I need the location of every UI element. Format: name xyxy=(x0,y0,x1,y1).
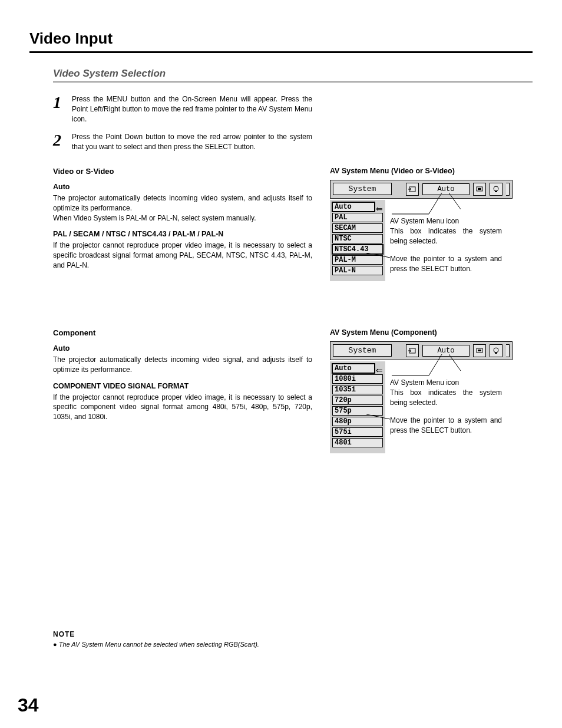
subheading-auto: Auto xyxy=(53,344,312,353)
svg-rect-4 xyxy=(495,191,497,192)
osd-item-ntsc[interactable]: NTSC xyxy=(332,234,383,243)
note-text: ● The AV System Menu cannot be selected … xyxy=(53,641,533,648)
lamp-icon xyxy=(490,344,503,357)
osd-item-480p[interactable]: 480p xyxy=(332,417,383,426)
osd-item-list: Auto⇐ 1080i 1035i 720p 575p 480p 575i 48… xyxy=(330,361,385,453)
osd-item-pal[interactable]: PAL xyxy=(332,213,383,222)
osd-item-575i[interactable]: 575i xyxy=(332,427,383,437)
osd-item-720p[interactable]: 720p xyxy=(332,396,383,405)
osd-system-label: System xyxy=(333,344,392,357)
svg-rect-11 xyxy=(478,350,481,351)
osd-item-1035i[interactable]: 1035i xyxy=(332,385,383,394)
step-text: Press the MENU button and the On-Screen … xyxy=(72,94,312,124)
lamp-icon xyxy=(490,183,503,196)
step-number: 2 xyxy=(53,132,72,152)
screen-icon xyxy=(473,183,486,196)
pointer-arrow-icon: ⇐ xyxy=(376,365,383,375)
osd-item-auto[interactable]: Auto xyxy=(332,202,375,212)
subheading-component-format: COMPONENT VIDEO SIGNAL FORMAT xyxy=(53,382,312,390)
body-text: When Video System is PAL-M or PAL-N, sel… xyxy=(53,213,312,223)
svg-rect-13 xyxy=(495,353,497,354)
note-label: NOTE xyxy=(53,630,533,638)
osd-item-list: Auto⇐ PAL SECAM NTSC NTSC4.43 PAL-M PAL-… xyxy=(330,200,385,281)
pointer-arrow-icon: ⇐ xyxy=(376,204,383,213)
callout-text: AV System Menu icon xyxy=(390,216,502,226)
heading-video-svideo: Video or S-Video xyxy=(53,167,312,176)
osd-title: AV System Menu (Video or S-Video) xyxy=(330,167,524,175)
svg-point-3 xyxy=(494,186,498,191)
page-number: 34 xyxy=(18,694,39,716)
screen-icon xyxy=(473,344,486,357)
body-text: If the projector cannot reproduce proper… xyxy=(53,241,312,270)
callout-text: This box indicates the system being sele… xyxy=(390,388,502,408)
menu-edge-icon xyxy=(506,183,510,196)
body-text: If the projector cannot reproduce proper… xyxy=(53,393,312,422)
callout-text: Move the pointer to a system and press t… xyxy=(390,416,502,436)
subheading-pal: PAL / SECAM / NTSC / NTSC4.43 / PAL-M / … xyxy=(53,230,312,238)
osd-item-palm[interactable]: PAL-M xyxy=(332,255,383,265)
body-text: The projector automatically detects inco… xyxy=(53,193,312,213)
subheading-auto: Auto xyxy=(53,183,312,191)
step-number: 1 xyxy=(53,94,72,124)
osd-top-bar: System Auto xyxy=(330,341,513,360)
note-text-content: The AV System Menu cannot be selected wh… xyxy=(59,641,259,648)
osd-item-paln[interactable]: PAL-N xyxy=(332,266,383,275)
callout-text: AV System Menu icon xyxy=(390,378,502,388)
osd-item-1080i[interactable]: 1080i xyxy=(332,374,383,384)
svg-point-12 xyxy=(494,348,498,353)
input-icon xyxy=(406,183,419,196)
menu-edge-icon xyxy=(506,344,510,357)
note-block: NOTE ● The AV System Menu cannot be sele… xyxy=(53,630,533,648)
section-title: Video System Selection xyxy=(53,68,533,83)
osd-current-system: Auto xyxy=(422,345,470,357)
osd-item-480i[interactable]: 480i xyxy=(332,438,383,447)
osd-menu-component: System Auto Auto⇐ 1080i 1035i 720p 575p … xyxy=(330,341,524,453)
osd-system-label: System xyxy=(333,183,392,195)
osd-item-secam[interactable]: SECAM xyxy=(332,223,383,233)
osd-title: AV System Menu (Component) xyxy=(330,328,524,337)
body-text: The projector automatically detects inco… xyxy=(53,355,312,375)
callout-text: This box indicates the system being sele… xyxy=(390,226,502,246)
osd-top-bar: System Auto xyxy=(330,180,513,199)
input-icon xyxy=(406,344,419,357)
svg-rect-2 xyxy=(478,188,481,190)
callout-text: Move the pointer to a system and press t… xyxy=(390,254,502,274)
page-title: Video Input xyxy=(29,29,533,53)
step-1: 1 Press the MENU button and the On-Scree… xyxy=(53,94,312,124)
osd-item-ntsc443[interactable]: NTSC4.43 xyxy=(332,245,383,254)
step-2: 2 Press the Point Down button to move th… xyxy=(53,132,312,152)
heading-component: Component xyxy=(53,328,312,337)
osd-item-575p[interactable]: 575p xyxy=(332,406,383,416)
osd-menu-video: System Auto Auto⇐ PAL SECAM NTSC NTSC4.4… xyxy=(330,180,524,281)
osd-current-system: Auto xyxy=(422,183,470,195)
step-text: Press the Point Down button to move the … xyxy=(72,132,312,152)
osd-item-auto[interactable]: Auto xyxy=(332,364,375,373)
